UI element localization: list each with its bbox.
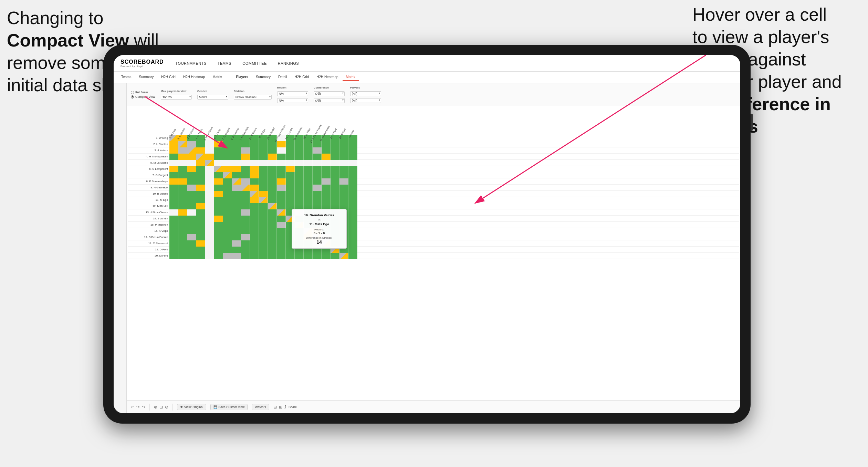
grid-cell[interactable]: [348, 228, 357, 234]
grid-cell[interactable]: [196, 203, 205, 209]
grid-cell[interactable]: [241, 203, 250, 209]
grid-cell[interactable]: [169, 253, 178, 259]
grid-cell[interactable]: [313, 178, 322, 185]
grid-cell[interactable]: [304, 253, 313, 259]
grid-cell[interactable]: [348, 253, 357, 259]
grid-cell[interactable]: [348, 203, 357, 209]
grid-cell[interactable]: [348, 172, 357, 178]
grid-cell[interactable]: [205, 222, 214, 228]
grid-cell[interactable]: [214, 216, 223, 222]
grid-cell[interactable]: [241, 197, 250, 203]
grid-cell[interactable]: [232, 234, 241, 240]
grid-cell[interactable]: [223, 166, 232, 172]
grid-cell[interactable]: [223, 240, 232, 247]
grid-cell[interactable]: [295, 172, 304, 178]
grid-cell[interactable]: [322, 172, 331, 178]
grid-cell[interactable]: [214, 178, 223, 185]
grid-cell[interactable]: [295, 253, 304, 259]
grid-cell[interactable]: [268, 216, 277, 222]
grid-cell[interactable]: [313, 160, 322, 166]
grid-cell[interactable]: [196, 191, 205, 197]
grid-cell[interactable]: [259, 178, 268, 185]
grid-cell[interactable]: [339, 203, 348, 209]
grid-cell[interactable]: [304, 203, 313, 209]
grid-cell[interactable]: [339, 160, 348, 166]
grid-cell[interactable]: [277, 185, 286, 191]
grid-cell[interactable]: [241, 234, 250, 240]
grid-cell[interactable]: [223, 185, 232, 191]
grid-cell[interactable]: [268, 160, 277, 166]
grid-cell[interactable]: [232, 166, 241, 172]
grid-cell[interactable]: [223, 197, 232, 203]
grid-cell[interactable]: [348, 247, 357, 253]
region-select-2[interactable]: N/A: [277, 98, 308, 103]
grid-cell[interactable]: [339, 191, 348, 197]
grid-cell[interactable]: [268, 197, 277, 203]
grid-cell[interactable]: [169, 216, 178, 222]
grid-cell[interactable]: [223, 234, 232, 240]
tab-h2h-grid-1[interactable]: H2H Grid: [158, 74, 179, 81]
grid-cell[interactable]: [178, 172, 187, 178]
grid-cell[interactable]: [313, 191, 322, 197]
grid-cell[interactable]: [304, 172, 313, 178]
grid-cell[interactable]: [331, 191, 339, 197]
grid-cell[interactable]: [214, 172, 223, 178]
grid-cell[interactable]: [313, 147, 322, 154]
grid-cell[interactable]: [232, 253, 241, 259]
grid-cell[interactable]: [304, 160, 313, 166]
grid-cell[interactable]: [277, 234, 286, 240]
grid-cell[interactable]: [169, 178, 178, 185]
grid-cell[interactable]: [331, 147, 339, 154]
grid-cell[interactable]: [241, 178, 250, 185]
gender-select[interactable]: Men's: [197, 95, 228, 100]
grid-cell[interactable]: [250, 234, 259, 240]
grid-cell[interactable]: [187, 160, 196, 166]
grid-cell[interactable]: [196, 178, 205, 185]
grid-cell[interactable]: [250, 197, 259, 203]
grid-cell[interactable]: [169, 209, 178, 216]
grid-cell[interactable]: [250, 209, 259, 216]
grid-cell[interactable]: [348, 178, 357, 185]
grid-cell[interactable]: [268, 228, 277, 234]
grid-cell[interactable]: [250, 160, 259, 166]
grid-cell[interactable]: [339, 197, 348, 203]
grid-cell[interactable]: [196, 253, 205, 259]
grid-cell[interactable]: [286, 185, 295, 191]
grid-cell[interactable]: [322, 160, 331, 166]
redo-icon-2[interactable]: ↷: [142, 405, 145, 409]
grid-cell[interactable]: [223, 147, 232, 154]
grid-cell[interactable]: [205, 172, 214, 178]
grid-cell[interactable]: [205, 209, 214, 216]
grid-cell[interactable]: [196, 166, 205, 172]
grid-cell[interactable]: [187, 166, 196, 172]
grid-cell[interactable]: [214, 247, 223, 253]
grid-cell[interactable]: [313, 141, 322, 147]
grid-cell[interactable]: [232, 222, 241, 228]
grid-cell[interactable]: [259, 234, 268, 240]
grid-cell[interactable]: [196, 197, 205, 203]
grid-cell[interactable]: [313, 185, 322, 191]
filter-icon[interactable]: ⊡: [159, 405, 163, 409]
grid-cell[interactable]: [241, 185, 250, 191]
grid-cell[interactable]: [232, 240, 241, 247]
grid-cell[interactable]: [214, 197, 223, 203]
grid-cell[interactable]: [232, 228, 241, 234]
grid-cell[interactable]: [223, 160, 232, 166]
grid-cell[interactable]: [277, 240, 286, 247]
grid-cell[interactable]: [223, 228, 232, 234]
grid-cell[interactable]: [214, 154, 223, 160]
grid-cell[interactable]: [196, 185, 205, 191]
grid-cell[interactable]: [313, 203, 322, 209]
grid-cell[interactable]: [196, 160, 205, 166]
grid-cell[interactable]: [232, 191, 241, 197]
grid-cell[interactable]: [241, 216, 250, 222]
grid-cell[interactable]: [232, 172, 241, 178]
grid-cell[interactable]: [178, 191, 187, 197]
players-select-1[interactable]: (All): [350, 91, 381, 96]
grid-cell[interactable]: [331, 197, 339, 203]
grid-cell[interactable]: [313, 253, 322, 259]
grid-cell[interactable]: [223, 209, 232, 216]
grid-cell[interactable]: [241, 160, 250, 166]
grid-cell[interactable]: [331, 160, 339, 166]
grid-cell[interactable]: [178, 160, 187, 166]
